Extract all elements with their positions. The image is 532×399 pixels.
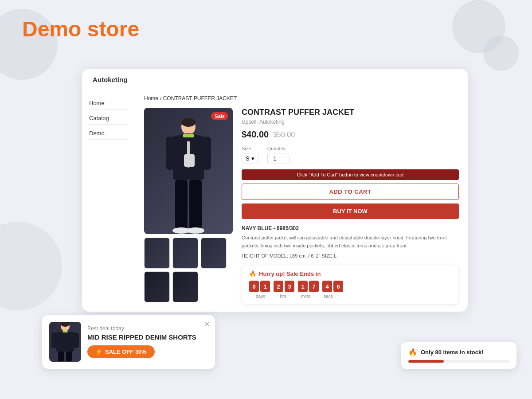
- mins-digit-1: 7: [309, 281, 319, 292]
- days-digit-pair: 0 1: [249, 281, 270, 292]
- best-deal-popup: Best deal today MID RISE RIPPED DENIM SH…: [42, 315, 215, 369]
- stock-text: Only 80 items in stock!: [421, 349, 484, 356]
- sidebar-item-demo[interactable]: Demo: [89, 127, 128, 140]
- cta-hint: Click "Add To Cart" button to view count…: [242, 169, 459, 180]
- svg-rect-10: [183, 134, 194, 137]
- qty-input[interactable]: [267, 153, 289, 164]
- countdown-labels: days hrs mins secs: [249, 294, 451, 299]
- svg-rect-16: [74, 332, 79, 348]
- lightning-icon: ⚡: [95, 348, 102, 355]
- svg-rect-14: [56, 332, 74, 352]
- main-card: Autoketing Home Catalog Demo Home › CONT…: [82, 69, 468, 312]
- product-subtitle: Upsell- Autoketing: [242, 119, 459, 125]
- countdown-digits: 0 1 2 3 1 7: [249, 281, 451, 292]
- thumbnail-2[interactable]: [172, 238, 198, 269]
- qty-group: Quantity: [267, 146, 289, 164]
- svg-rect-19: [63, 331, 68, 332]
- options-row: Size S ▾ Quantity: [242, 146, 459, 164]
- days-digit-0: 0: [249, 281, 259, 292]
- label-mins: mins: [295, 294, 316, 299]
- thumbnail-5[interactable]: [172, 271, 198, 302]
- product-images: Sale: [144, 108, 233, 305]
- product-model-height: HEIGHT OF MODEL: 189 cm. / 6' 2" SIZE L: [242, 253, 459, 258]
- demo-store-title: Demo store: [22, 17, 139, 41]
- days-digit-1: 1: [260, 281, 270, 292]
- thumbnail-1[interactable]: [144, 238, 170, 269]
- breadcrumb-current: CONTRAST PUFFER JACKET: [163, 95, 237, 102]
- deal-close-button[interactable]: ✕: [204, 320, 210, 329]
- secs-digit-1: 6: [333, 281, 343, 292]
- product-section: Sale: [144, 108, 459, 305]
- sidebar: Home Catalog Demo: [82, 88, 135, 312]
- svg-rect-11: [184, 154, 195, 167]
- hrs-digit-1: 3: [285, 281, 294, 292]
- deal-name: MID RISE RIPPED DENIM SHORTS: [87, 333, 208, 341]
- deal-content: Best deal today MID RISE RIPPED DENIM SH…: [87, 325, 208, 358]
- size-select[interactable]: S ▾: [242, 153, 258, 164]
- stock-bar-track: [408, 360, 509, 363]
- svg-point-1: [181, 118, 196, 127]
- breadcrumb: Home › CONTRAST PUFFER JACKET: [144, 95, 459, 102]
- countdown-title-text: Hurry up! Sale Ends in: [259, 270, 321, 277]
- hrs-digit-pair: 2 3: [274, 281, 294, 292]
- product-main-image: Sale: [144, 108, 233, 234]
- svg-rect-3: [166, 137, 175, 170]
- stock-fire-icon: 🔥: [408, 348, 417, 356]
- add-to-cart-button[interactable]: ADD TO CART: [242, 184, 459, 200]
- svg-rect-15: [51, 332, 57, 348]
- product-description: Contrast puffer jacket with an adjustabl…: [242, 234, 459, 250]
- price-current: $40.00: [242, 129, 269, 140]
- svg-rect-7: [189, 180, 202, 229]
- store-logo: Autoketing: [82, 69, 468, 88]
- buy-it-now-button[interactable]: BUY IT NOW: [242, 203, 459, 219]
- size-value: S: [246, 155, 250, 162]
- product-title: CONTRAST PUFFER JACKET: [242, 108, 459, 117]
- countdown-title: 🔥 Hurry up! Sale Ends in: [249, 270, 451, 277]
- secs-digit-pair: 4 6: [322, 281, 343, 292]
- content-area: Home › CONTRAST PUFFER JACKET Sale: [135, 88, 468, 312]
- mins-digit-0: 1: [298, 281, 308, 292]
- product-color: NAVY BLUE - 6985/302: [242, 225, 459, 231]
- sidebar-item-catalog[interactable]: Catalog: [89, 112, 128, 125]
- size-group: Size S ▾: [242, 146, 258, 164]
- price-original: $50.00: [273, 131, 295, 139]
- stock-popup: 🔥 Only 80 items in stock!: [401, 342, 516, 369]
- hrs-digit-0: 2: [274, 281, 283, 292]
- deal-cta-label: SALE OFF 30%: [105, 348, 147, 355]
- breadcrumb-sep: ›: [160, 95, 161, 102]
- size-chevron-icon: ▾: [251, 155, 254, 162]
- svg-rect-18: [66, 352, 72, 361]
- qty-label: Quantity: [267, 146, 289, 151]
- sidebar-item-home[interactable]: Home: [89, 97, 128, 110]
- svg-rect-6: [175, 180, 188, 229]
- breadcrumb-home[interactable]: Home: [144, 95, 158, 102]
- label-secs: secs: [318, 294, 339, 299]
- product-info: CONTRAST PUFFER JACKET Upsell- Autoketin…: [242, 108, 459, 305]
- svg-rect-4: [202, 137, 211, 170]
- mins-digit-pair: 1 7: [298, 281, 319, 292]
- bg-decor-4: [0, 222, 62, 310]
- deal-person-figure: [49, 322, 81, 362]
- thumbnail-3[interactable]: [201, 238, 227, 269]
- price-row: $40.00 $50.00: [242, 129, 459, 140]
- thumbnail-4[interactable]: [144, 271, 170, 302]
- secs-digit-0: 4: [322, 281, 332, 292]
- deal-cta-button[interactable]: ⚡ SALE OFF 30%: [87, 345, 155, 358]
- label-hrs: hrs: [273, 294, 293, 299]
- bg-decor-3: [483, 35, 519, 71]
- product-person-figure: [160, 114, 217, 234]
- countdown-box: 🔥 Hurry up! Sale Ends in 0 1 2 3: [242, 265, 459, 305]
- stock-bar-fill: [408, 360, 444, 363]
- svg-point-9: [187, 227, 204, 234]
- deal-label: Best deal today: [87, 325, 208, 332]
- svg-rect-17: [58, 352, 64, 361]
- stock-header: 🔥 Only 80 items in stock!: [408, 348, 509, 356]
- deal-image: [49, 322, 81, 362]
- size-label: Size: [242, 146, 258, 151]
- label-days: days: [250, 294, 271, 299]
- fire-timer-icon: 🔥: [249, 270, 256, 277]
- thumbnail-row: [144, 238, 233, 302]
